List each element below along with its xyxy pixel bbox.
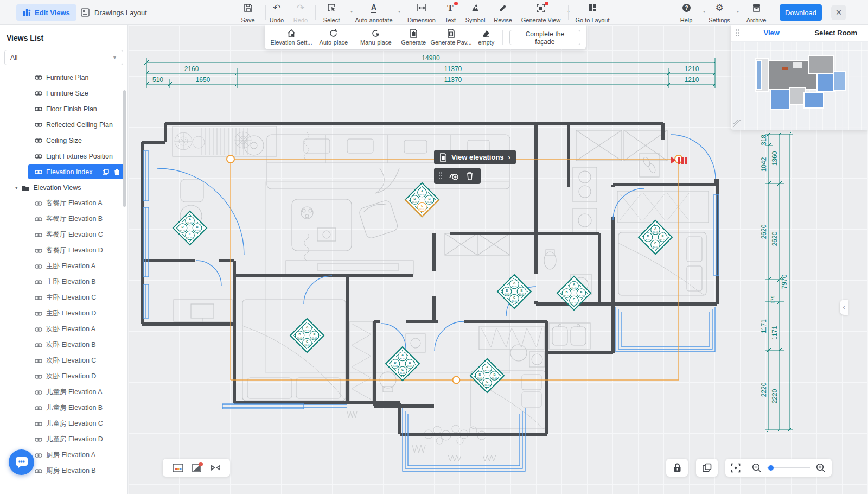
tab-drawings-layout[interactable]: Drawings Layout — [80, 4, 147, 21]
views-sidebar: Views List All ▼ Furniture Plan Furnitur… — [0, 25, 128, 494]
tab-select-room[interactable]: Select Room — [804, 29, 868, 37]
sidebar-item-elevation-a[interactable]: 主卧 Elevation A — [0, 258, 127, 274]
split-view-icon[interactable] — [192, 463, 202, 473]
add-elevation-line-icon[interactable] — [449, 171, 459, 181]
revise-button[interactable]: Revise — [486, 3, 520, 23]
svg-text:7970: 7970 — [781, 274, 788, 289]
chat-support-button[interactable] — [9, 449, 34, 475]
views-filter-select[interactable]: All ▼ — [4, 50, 123, 65]
panel-resize-handle[interactable] — [733, 120, 741, 128]
svg-text:?: ? — [685, 5, 688, 11]
drag-handle-icon[interactable] — [438, 172, 442, 180]
settings-button[interactable]: ⚙ Settings ▾ — [701, 3, 737, 23]
panel-drag-handle-icon[interactable] — [736, 29, 739, 37]
go-to-layout-button[interactable]: Go to Layout — [571, 3, 614, 23]
elevation-marker-selected[interactable]: A EL-01 B EL-01 C EL-01 D EL-01 — [405, 183, 439, 217]
sidebar-item-ceiling-size[interactable]: Ceiling Size — [0, 132, 127, 148]
svg-text:EL-01: EL-01 — [571, 287, 576, 289]
duplicate-view-button[interactable] — [696, 459, 718, 477]
sidebar-item-elevation-a[interactable]: 次卧 Elevation A — [0, 321, 127, 337]
svg-text:EL-01: EL-01 — [407, 365, 412, 368]
delete-icon[interactable] — [466, 172, 474, 180]
complete-facade-button[interactable]: Complete the façade — [509, 30, 580, 45]
generate-button[interactable]: Generate — [397, 27, 430, 48]
fit-view-icon[interactable] — [731, 463, 741, 473]
auto-place-button[interactable]: Auto-place — [312, 27, 355, 48]
tab-view[interactable]: View — [739, 29, 804, 37]
sidebar-item-elevation-c[interactable]: 主卧 Elevation C — [0, 290, 127, 306]
view-link-icon — [35, 390, 42, 395]
auto-annotate-caret-icon[interactable]: ▾ — [398, 9, 400, 14]
sidebar-item-elevation-index[interactable]: Elevation Index — [0, 164, 127, 180]
group-caret-icon[interactable]: ▾ — [15, 185, 18, 191]
download-button[interactable]: Download — [780, 4, 822, 21]
duplicate-view-icon[interactable] — [103, 169, 109, 175]
view-elevations-button[interactable]: View elevations › — [434, 150, 516, 164]
generate-pav-button[interactable]: Generate Pav... — [430, 27, 473, 48]
sidebar-item-elevation-a[interactable]: 儿童房 Elevation A — [0, 384, 127, 400]
elevation-markers[interactable]: A EL-01 B EL-01 C EL-01 D EL-01 A EL-01 … — [173, 183, 672, 392]
archive-button[interactable]: Archive — [738, 3, 774, 23]
svg-text:C: C — [401, 368, 404, 371]
floorplan-minimap[interactable] — [752, 52, 850, 117]
sidebar-item-elevation-c[interactable]: 客餐厅 Elevation C — [0, 227, 127, 243]
svg-text:A: A — [401, 353, 404, 357]
collapse-panel-handle[interactable]: ‹ — [840, 300, 848, 315]
svg-text:2220: 2220 — [760, 382, 768, 397]
elevation-marker[interactable]: A EL-01 B EL-01 C EL-01 D EL-01 — [290, 319, 324, 352]
elevation-marker[interactable]: A EL-01 B EL-01 C EL-01 D EL-01 — [470, 359, 504, 392]
sidebar-item-elevation-b[interactable]: 客餐厅 Elevation B — [0, 211, 127, 227]
elevation-marker[interactable]: A EL-01 B EL-01 C EL-01 D EL-01 — [497, 275, 531, 308]
elevation-actions-bar — [434, 168, 481, 184]
redo-icon: ↷ — [297, 3, 304, 13]
symbol-icon — [470, 3, 480, 13]
svg-text:EL-01: EL-01 — [660, 239, 665, 241]
zoom-slider-knob[interactable] — [768, 465, 774, 471]
sidebar-item-elevation-d[interactable]: 主卧 Elevation D — [0, 306, 127, 321]
material-card-icon[interactable] — [173, 464, 183, 472]
empty-button[interactable]: empty — [473, 27, 500, 48]
empty-eraser-icon — [482, 29, 490, 38]
sidebar-item-elevation-d[interactable]: 儿童房 Elevation D — [0, 432, 127, 447]
sidebar-item-furniture-size[interactable]: Furniture Size — [0, 85, 127, 101]
svg-text:D: D — [647, 235, 649, 238]
zoom-in-icon[interactable] — [816, 463, 826, 473]
svg-text:A: A — [421, 189, 423, 193]
sidebar-item-furniture-plan[interactable]: Furniture Plan — [0, 69, 127, 85]
svg-text:B: B — [580, 290, 582, 294]
sidebar-item-light-fixtures-position[interactable]: Light Fixtures Position — [0, 148, 127, 164]
manu-place-button[interactable]: Manu-place — [355, 27, 397, 48]
svg-text:C: C — [189, 232, 191, 236]
close-button[interactable]: ✕ — [831, 5, 846, 20]
elevation-settings-button[interactable]: Elevation Sett... — [270, 27, 312, 48]
zoom-out-icon[interactable] — [752, 463, 762, 473]
sidebar-item-elevation-c[interactable]: 次卧 Elevation C — [0, 353, 127, 369]
tab-edit-views[interactable]: Edit Views — [16, 4, 76, 21]
svg-text:B: B — [313, 333, 315, 336]
sidebar-item-elevation-c[interactable]: 儿童房 Elevation C — [0, 416, 127, 432]
sidebar-item-elevation-b[interactable]: 主卧 Elevation B — [0, 274, 127, 290]
sidebar-item-reflected-ceiling-plan[interactable]: Reflected Ceiling Plan — [0, 117, 127, 132]
folder-icon — [22, 185, 30, 191]
sidebar-item-elevation-d[interactable]: 次卧 Elevation D — [0, 369, 127, 384]
zoom-slider[interactable] — [767, 467, 810, 468]
generate-view-button[interactable]: Generate View ▾ — [518, 3, 564, 23]
elevation-marker[interactable]: A EL-01 B EL-01 C EL-01 D EL-01 — [386, 347, 419, 381]
sidebar-item-elevation-d[interactable]: 客餐厅 Elevation D — [0, 243, 127, 258]
svg-text:2620: 2620 — [760, 224, 768, 239]
help-button[interactable]: ? Help ▾ — [669, 3, 704, 23]
floor-plan-svg[interactable]: 14980 2160 11370 1210 510 1650 11370 121… — [136, 50, 795, 487]
elevation-marker[interactable]: A EL-01 B EL-01 C EL-01 D EL-01 — [639, 220, 672, 254]
sidebar-item-elevation-b[interactable]: 儿童房 Elevation B — [0, 400, 127, 416]
sidebar-scrollbar[interactable] — [123, 90, 126, 207]
sidebar-item-elevation-b[interactable]: 次卧 Elevation B — [0, 337, 127, 353]
auto-annotate-icon: A — [371, 3, 376, 13]
sidebar-item-floor-finish-plan[interactable]: Floor Finish Plan — [0, 101, 127, 117]
bowtie-tool-icon[interactable] — [210, 464, 221, 471]
lock-button[interactable] — [666, 459, 688, 477]
delete-view-icon[interactable] — [114, 169, 120, 175]
select-tool-button[interactable]: Select ▾ — [312, 3, 350, 23]
sidebar-group-elevation-views[interactable]: ▾ Elevation Views — [0, 180, 127, 195]
auto-annotate-button[interactable]: A Auto-annotate ▾ — [352, 3, 396, 23]
sidebar-item-elevation-a[interactable]: 客餐厅 Elevation A — [0, 195, 127, 211]
